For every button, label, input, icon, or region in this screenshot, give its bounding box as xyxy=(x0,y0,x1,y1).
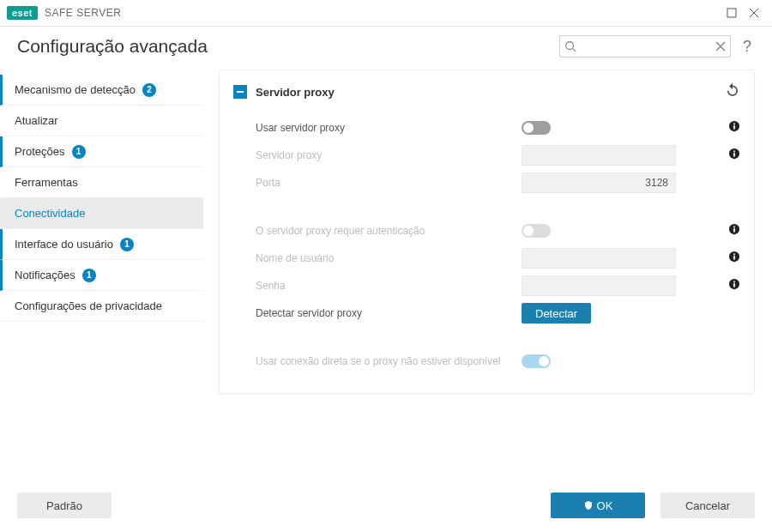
revert-icon xyxy=(725,82,740,98)
toggle-requires-auth xyxy=(522,224,551,238)
svg-rect-18 xyxy=(733,254,735,256)
window-maximize-button[interactable] xyxy=(721,2,743,24)
cancel-button[interactable]: Cancelar xyxy=(660,493,755,518)
ok-button-label: OK xyxy=(597,499,613,512)
help-button[interactable]: ? xyxy=(739,38,755,56)
svg-rect-0 xyxy=(727,9,736,17)
info-icon[interactable] xyxy=(728,278,740,290)
sidebar-item-label: Conectividade xyxy=(15,207,85,220)
content-area: Servidor proxy Usar servidor proxy Servi… xyxy=(219,66,772,487)
info-icon[interactable] xyxy=(728,120,740,132)
sidebar-item-badge: 1 xyxy=(82,269,96,282)
proxy-settings-card: Servidor proxy Usar servidor proxy Servi… xyxy=(219,70,755,394)
sidebar-item-label: Mecanismo de detecção xyxy=(15,83,136,96)
row-port: Porta xyxy=(233,170,740,196)
search-icon xyxy=(564,40,576,52)
maximize-icon xyxy=(727,8,737,18)
sidebar: Mecanismo de detecção2AtualizarProteções… xyxy=(0,66,219,487)
section-title: Servidor proxy xyxy=(256,86,335,99)
search-field-wrap xyxy=(559,35,731,57)
detect-button[interactable]: Detectar xyxy=(522,303,591,323)
svg-rect-20 xyxy=(733,283,735,287)
revert-button[interactable] xyxy=(725,82,740,101)
row-detect: Detectar servidor proxy Detectar xyxy=(233,300,740,326)
info-icon[interactable] xyxy=(728,148,740,160)
default-button[interactable]: Padrão xyxy=(17,493,112,518)
svg-rect-15 xyxy=(733,227,735,228)
footer: Padrão OK Cancelar xyxy=(0,489,772,532)
title-bar: eset SAFE SERVER xyxy=(0,0,772,26)
header: Configuração avançada ? xyxy=(0,27,772,66)
label-server: Servidor proxy xyxy=(256,149,522,161)
row-server: Servidor proxy xyxy=(233,142,740,168)
label-detect: Detectar servidor proxy xyxy=(256,307,522,319)
sidebar-item-badge: 1 xyxy=(120,238,134,251)
window-close-button[interactable] xyxy=(743,2,765,24)
svg-point-3 xyxy=(566,42,574,50)
sidebar-item-label: Proteções xyxy=(15,145,65,158)
info-icon[interactable] xyxy=(728,251,740,263)
sidebar-item-1[interactable]: Atualizar xyxy=(0,106,203,136)
search-input[interactable] xyxy=(559,35,731,57)
svg-rect-21 xyxy=(733,281,735,283)
svg-line-4 xyxy=(573,49,576,52)
page-title: Configuração avançada xyxy=(17,36,208,57)
shield-icon xyxy=(583,500,594,511)
sidebar-item-badge: 1 xyxy=(72,145,86,159)
close-icon xyxy=(749,8,759,18)
sidebar-item-4[interactable]: Conectividade xyxy=(0,198,203,229)
input-username xyxy=(522,248,676,269)
sidebar-item-0[interactable]: Mecanismo de detecção2 xyxy=(0,75,203,106)
label-password: Senha xyxy=(256,280,522,292)
label-username: Nome de usuário xyxy=(256,252,522,264)
svg-rect-9 xyxy=(733,124,735,125)
sidebar-item-badge: 2 xyxy=(142,83,156,97)
sidebar-item-2[interactable]: Proteções1 xyxy=(0,136,203,167)
row-use-proxy: Usar servidor proxy xyxy=(233,115,740,141)
sidebar-item-label: Ferramentas xyxy=(15,176,78,189)
sidebar-item-7[interactable]: Configurações de privacidade xyxy=(0,291,203,322)
sidebar-item-label: Atualizar xyxy=(15,114,58,127)
svg-rect-11 xyxy=(733,153,735,156)
toggle-use-proxy[interactable] xyxy=(522,121,551,135)
input-password xyxy=(522,275,676,296)
sidebar-item-label: Notificações xyxy=(15,269,75,281)
info-icon[interactable] xyxy=(728,223,740,235)
section-header: Servidor proxy xyxy=(233,82,740,101)
label-direct-connection: Usar conexão direta se o proxy não estiv… xyxy=(256,355,522,367)
row-requires-auth: O servidor proxy requer autenticação xyxy=(233,218,740,244)
row-direct-connection: Usar conexão direta se o proxy não estiv… xyxy=(233,348,740,374)
row-password: Senha xyxy=(233,273,740,299)
sidebar-item-label: Interface do usuário xyxy=(15,238,113,251)
input-server xyxy=(522,145,676,166)
label-use-proxy: Usar servidor proxy xyxy=(256,122,522,134)
sidebar-item-3[interactable]: Ferramentas xyxy=(0,167,203,198)
svg-rect-17 xyxy=(733,256,735,259)
ok-button[interactable]: OK xyxy=(551,493,645,518)
svg-rect-12 xyxy=(733,151,735,153)
toggle-direct-connection xyxy=(522,354,551,368)
collapse-toggle[interactable] xyxy=(233,85,247,99)
label-port: Porta xyxy=(256,177,522,189)
sidebar-item-label: Configurações de privacidade xyxy=(15,299,162,312)
product-name: SAFE SERVER xyxy=(45,7,121,19)
sidebar-item-5[interactable]: Interface do usuário1 xyxy=(0,229,203,260)
svg-rect-8 xyxy=(733,125,735,129)
sidebar-item-6[interactable]: Notificações1 xyxy=(0,260,203,291)
clear-search-icon[interactable] xyxy=(715,41,726,51)
svg-rect-14 xyxy=(733,228,735,232)
input-port xyxy=(522,172,676,193)
brand-logo: eset xyxy=(7,6,38,20)
minus-icon xyxy=(237,91,244,93)
row-username: Nome de usuário xyxy=(233,245,740,271)
label-requires-auth: O servidor proxy requer autenticação xyxy=(256,225,522,237)
